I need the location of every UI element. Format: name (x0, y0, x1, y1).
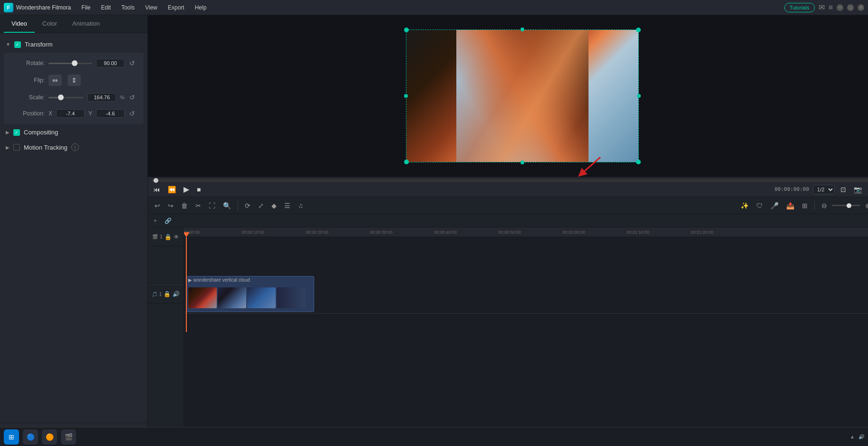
redo-button[interactable]: ↪ (165, 200, 176, 211)
keyframe-button[interactable]: ◆ (269, 200, 280, 211)
compositing-section-header[interactable]: ▶ ✓ Compositing (0, 125, 147, 140)
timeline-scrubber[interactable] (152, 179, 868, 182)
rotate-slider[interactable] (48, 63, 92, 64)
zoom-slider[interactable] (832, 205, 860, 206)
motion-tracking-chevron: ▶ (6, 145, 10, 150)
flip-horizontal-button[interactable]: ⇔ (48, 75, 62, 86)
scale-row: Scale: % ↺ (11, 93, 136, 102)
align-button[interactable]: ☰ (281, 200, 293, 211)
menu-help[interactable]: Help (190, 2, 212, 13)
taskbar-item-1[interactable]: ⊞ (4, 429, 19, 445)
minimize-button[interactable]: ─ (837, 4, 843, 11)
timeline-tracks: 🎬 1 🔒 👁 🎵 1 🔒 🔊 (148, 228, 868, 446)
ruler-mark-7: 00:01:10:00 (627, 230, 649, 235)
taskbar: ⊞ 🔵 🟠 🎬 ▲ 🔊 (0, 427, 868, 446)
audio-speaker-icon[interactable]: 🔊 (173, 291, 180, 297)
menu-export[interactable]: Export (163, 2, 189, 13)
mic-button[interactable]: 🎤 (768, 200, 781, 211)
effects-button[interactable]: ✨ (738, 200, 752, 211)
timeline-link-button[interactable]: 🔗 (163, 217, 174, 225)
titlebar-controls: Tutorials ✉ ≡ ─ □ ✕ (784, 3, 864, 12)
tab-color[interactable]: Color (35, 15, 65, 33)
export-button[interactable]: 📤 (783, 200, 797, 211)
handle-bottom-right[interactable] (636, 160, 641, 164)
zoom-in-button[interactable]: 🔍 (220, 200, 234, 211)
email-icon[interactable]: ✉ (819, 3, 825, 12)
handle-top-middle[interactable] (521, 28, 524, 31)
stop-button[interactable]: ■ (195, 185, 203, 194)
lock-icon[interactable]: 🔒 (164, 234, 172, 240)
play-button[interactable]: ▶ (182, 184, 191, 195)
cut-button[interactable]: ✂ (193, 200, 204, 211)
handle-top-left[interactable] (404, 28, 409, 32)
clip-thumb-2 (218, 287, 246, 308)
timeline-add-button[interactable]: + (152, 217, 159, 225)
taskbar-item-4[interactable]: 🎬 (61, 429, 76, 445)
undo-button[interactable]: ↩ (152, 200, 163, 211)
motion-tracking-section-header[interactable]: ▶ Motion Tracking i (0, 140, 147, 155)
menu-view[interactable]: View (140, 2, 162, 13)
rotate-value[interactable] (96, 59, 125, 67)
preview-area (148, 15, 868, 177)
video-track-label: 🎬 1 🔒 👁 (148, 228, 183, 247)
menu-edit[interactable]: Edit (96, 2, 116, 13)
clip-title: ▶ wondershare vertical cloud (188, 277, 250, 283)
settings-icon[interactable]: ≡ (829, 3, 833, 12)
motion-tracking-checkbox[interactable] (13, 144, 20, 151)
clip-thumb-1 (188, 287, 217, 308)
ruler-mark-6: 00:01:00:00 (562, 230, 585, 235)
position-reset[interactable]: ↺ (128, 109, 136, 118)
audio-tool-button[interactable]: ♫ (295, 200, 306, 211)
frame-selector[interactable]: 1/2 (813, 185, 835, 194)
position-x-input[interactable] (56, 109, 85, 118)
taskbar-item-2[interactable]: 🔵 (23, 429, 38, 445)
compositing-checkbox[interactable]: ✓ (13, 129, 20, 136)
handle-top-right[interactable] (636, 28, 641, 32)
tab-video[interactable]: Video (4, 15, 35, 33)
tutorials-button[interactable]: Tutorials (784, 3, 815, 12)
scale-value[interactable] (87, 93, 116, 102)
scale-slider[interactable] (48, 97, 84, 98)
prev-frame-button[interactable]: ⏮ (152, 185, 162, 194)
timeline-ruler-area[interactable]: 00:00:00:00 00:00:10:00 00:00:20:00 00:0… (184, 228, 868, 446)
shield-button[interactable]: 🛡 (753, 200, 766, 211)
video-track-number: 1 (160, 234, 163, 239)
rotate-tool-button[interactable]: ⟳ (242, 200, 253, 211)
time-display: 00:00:00:00 (774, 186, 809, 192)
close-button[interactable]: ✕ (858, 4, 864, 11)
screen-size-button[interactable]: ⊡ (839, 185, 848, 194)
split-button[interactable]: ⊞ (799, 200, 810, 211)
audio-lock-icon[interactable]: 🔒 (164, 291, 171, 297)
transform-checkbox[interactable]: ✓ (14, 41, 21, 48)
menu-file[interactable]: File (77, 2, 95, 13)
scrubber-position (154, 178, 158, 183)
zoom-out-button[interactable]: ⊖ (819, 200, 830, 211)
transform-title: Transform (25, 41, 53, 48)
tab-animation[interactable]: Animation (65, 15, 107, 33)
handle-bottom-left[interactable] (404, 160, 409, 164)
taskbar-item-3[interactable]: 🟠 (42, 429, 57, 445)
flip-controls: ⇔ ⇕ (48, 75, 81, 86)
left-panel: Video Color Animation ▼ ✓ Transform Rota… (0, 15, 148, 446)
playhead-line (186, 237, 187, 332)
screenshot-button[interactable]: 📷 (852, 185, 864, 194)
eye-icon[interactable]: 👁 (174, 234, 179, 240)
main-layout: Video Color Animation ▼ ✓ Transform Rota… (0, 15, 868, 446)
handle-bottom-middle[interactable] (521, 161, 524, 164)
zoom-in-2-button[interactable]: ⊕ (862, 200, 868, 211)
crop-button[interactable]: ⛶ (206, 200, 218, 211)
video-clip[interactable]: ▶ wondershare vertical cloud (186, 276, 314, 312)
flip-vertical-button[interactable]: ⇕ (68, 75, 81, 86)
position-y-input[interactable] (96, 109, 125, 118)
maximize-button[interactable]: □ (847, 4, 854, 11)
flip-tool-button[interactable]: ⤢ (255, 200, 267, 211)
transform-section-header[interactable]: ▼ ✓ Transform (0, 37, 147, 52)
delete-button[interactable]: 🗑 (178, 200, 191, 211)
menu-tools[interactable]: Tools (116, 2, 139, 13)
scale-reset[interactable]: ↺ (128, 93, 136, 102)
motion-tracking-info-icon[interactable]: i (71, 143, 79, 151)
handle-middle-right[interactable] (637, 94, 641, 98)
handle-middle-left[interactable] (404, 94, 408, 98)
rotate-reset[interactable]: ↺ (128, 58, 136, 68)
step-back-button[interactable]: ⏪ (166, 185, 178, 194)
